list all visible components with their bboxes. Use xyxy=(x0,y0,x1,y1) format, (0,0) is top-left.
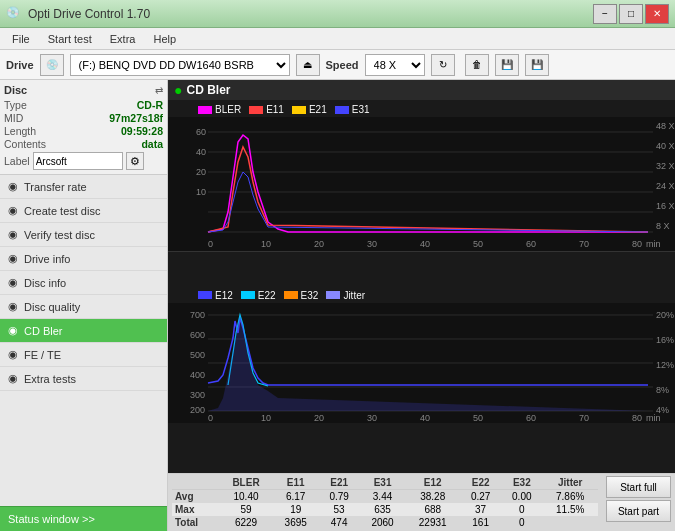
sidebar-item-verify-test-disc[interactable]: ◉ Verify test disc xyxy=(0,223,167,247)
legend-e32: E32 xyxy=(284,290,319,301)
svg-text:40: 40 xyxy=(196,147,206,157)
title-bar: 💿 Opti Drive Control 1.70 − □ ✕ xyxy=(0,0,675,28)
sidebar-item-verify-test-disc-label: Verify test disc xyxy=(24,229,95,241)
legend-e31: E31 xyxy=(335,104,370,115)
stats-max-e22: 37 xyxy=(460,503,501,516)
sidebar-item-disc-quality-label: Disc quality xyxy=(24,301,80,313)
title-bar-left: 💿 Opti Drive Control 1.70 xyxy=(6,6,150,22)
sidebar-item-transfer-rate-label: Transfer rate xyxy=(24,181,87,193)
disc-contents-value: data xyxy=(141,138,163,150)
stats-max-label: Max xyxy=(172,503,219,516)
stats-col-e31: E31 xyxy=(360,476,406,490)
stats-total-e12: 22931 xyxy=(405,516,460,529)
svg-text:8%: 8% xyxy=(656,385,669,395)
svg-text:400: 400 xyxy=(190,370,205,380)
save-button[interactable]: 💾 xyxy=(525,54,549,76)
chart-title: CD Bler xyxy=(186,83,230,97)
svg-text:10: 10 xyxy=(196,187,206,197)
minimize-button[interactable]: − xyxy=(593,4,617,24)
maximize-button[interactable]: □ xyxy=(619,4,643,24)
eject-button[interactable]: ⏏ xyxy=(296,54,320,76)
disc-contents-row: Contents data xyxy=(4,138,163,150)
speed-label: Speed xyxy=(326,59,359,71)
start-buttons: Start full Start part xyxy=(606,476,671,529)
burn-button[interactable]: 💾 xyxy=(495,54,519,76)
top-chart-svg: 60 40 20 10 48 X 40 X 32 X 24 X 16 X 8 X xyxy=(168,117,675,252)
start-full-button[interactable]: Start full xyxy=(606,476,671,498)
menu-extra[interactable]: Extra xyxy=(102,31,144,47)
sidebar-item-drive-info[interactable]: ◉ Drive info xyxy=(0,247,167,271)
stats-total-e11: 3695 xyxy=(273,516,319,529)
stats-total-label: Total xyxy=(172,516,219,529)
window-controls: − □ ✕ xyxy=(593,4,669,24)
stats-avg-bler: 10.40 xyxy=(219,490,273,504)
svg-text:50: 50 xyxy=(473,239,483,249)
disc-type-label: Type xyxy=(4,99,27,111)
menu-bar: File Start test Extra Help xyxy=(0,28,675,50)
legend-e31-label: E31 xyxy=(352,104,370,115)
sidebar-item-disc-quality[interactable]: ◉ Disc quality xyxy=(0,295,167,319)
stats-total-e32: 0 xyxy=(501,516,542,529)
table-row: Avg 10.40 6.17 0.79 3.44 38.28 0.27 0.00… xyxy=(172,490,598,504)
svg-text:30: 30 xyxy=(367,239,377,249)
stats-col-e22: E22 xyxy=(460,476,501,490)
stats-avg-jitter: 7.86% xyxy=(542,490,598,504)
menu-start-test[interactable]: Start test xyxy=(40,31,100,47)
legend-jitter: Jitter xyxy=(326,290,365,301)
drive-select[interactable]: (F:) BENQ DVD DD DW1640 BSRB xyxy=(70,54,290,76)
svg-text:30: 30 xyxy=(367,413,377,423)
svg-text:32 X: 32 X xyxy=(656,161,675,171)
svg-text:12%: 12% xyxy=(656,360,674,370)
erase-button[interactable]: 🗑 xyxy=(465,54,489,76)
svg-text:0: 0 xyxy=(208,239,213,249)
disc-arrow[interactable]: ⇄ xyxy=(155,85,163,96)
disc-length-label: Length xyxy=(4,125,36,137)
svg-text:70: 70 xyxy=(579,239,589,249)
stats-and-buttons: BLER E11 E21 E31 E12 E22 E32 Jitter Avg xyxy=(172,476,671,529)
status-window-button[interactable]: Status window >> xyxy=(0,506,167,531)
sidebar-item-disc-info[interactable]: ◉ Disc info xyxy=(0,271,167,295)
disc-mid-label: MID xyxy=(4,112,23,124)
svg-text:0: 0 xyxy=(208,413,213,423)
sidebar-item-disc-info-label: Disc info xyxy=(24,277,66,289)
bottom-chart-svg: 700 600 500 400 300 200 20% 16% 12% 8% 4… xyxy=(168,303,675,423)
start-part-button[interactable]: Start part xyxy=(606,500,671,522)
disc-label-input[interactable] xyxy=(33,152,123,170)
legend-bler: BLER xyxy=(198,104,241,115)
disc-mid-value: 97m27s18f xyxy=(109,112,163,124)
disc-label-gear[interactable]: ⚙ xyxy=(126,152,144,170)
svg-text:20: 20 xyxy=(314,413,324,423)
svg-text:min: min xyxy=(646,413,661,423)
sidebar-item-create-test-disc[interactable]: ◉ Create test disc xyxy=(0,199,167,223)
svg-text:50: 50 xyxy=(473,413,483,423)
disc-title: Disc xyxy=(4,84,27,96)
legend-e22-label: E22 xyxy=(258,290,276,301)
sidebar-item-extra-tests[interactable]: ◉ Extra tests xyxy=(0,367,167,391)
sidebar-item-cd-bler-label: CD Bler xyxy=(24,325,63,337)
legend-e22: E22 xyxy=(241,290,276,301)
drive-label: Drive xyxy=(6,59,34,71)
disc-length-value: 09:59:28 xyxy=(121,125,163,137)
refresh-button[interactable]: ↻ xyxy=(431,54,455,76)
legend-e11: E11 xyxy=(249,104,284,115)
disc-contents-label: Contents xyxy=(4,138,46,150)
stats-max-e21: 53 xyxy=(319,503,360,516)
close-button[interactable]: ✕ xyxy=(645,4,669,24)
svg-text:60: 60 xyxy=(526,413,536,423)
svg-text:20: 20 xyxy=(314,239,324,249)
sidebar-item-fe-te[interactable]: ◉ FE / TE xyxy=(0,343,167,367)
svg-text:40: 40 xyxy=(420,239,430,249)
stats-col-e21: E21 xyxy=(319,476,360,490)
speed-select[interactable]: 48 X xyxy=(365,54,425,76)
stats-header-row: BLER E11 E21 E31 E12 E22 E32 Jitter xyxy=(172,476,598,490)
bottom-chart-area: E12 E22 E32 Jitter 700 600 xyxy=(168,288,675,474)
sidebar-item-transfer-rate[interactable]: ◉ Transfer rate xyxy=(0,175,167,199)
menu-help[interactable]: Help xyxy=(145,31,184,47)
svg-text:10: 10 xyxy=(261,413,271,423)
legend-e11-label: E11 xyxy=(266,104,284,115)
menu-file[interactable]: File xyxy=(4,31,38,47)
sidebar-item-extra-tests-label: Extra tests xyxy=(24,373,76,385)
svg-text:200: 200 xyxy=(190,405,205,415)
sidebar-item-cd-bler[interactable]: ◉ CD Bler xyxy=(0,319,167,343)
disc-panel: Disc ⇄ Type CD-R MID 97m27s18f Length 09… xyxy=(0,80,167,175)
